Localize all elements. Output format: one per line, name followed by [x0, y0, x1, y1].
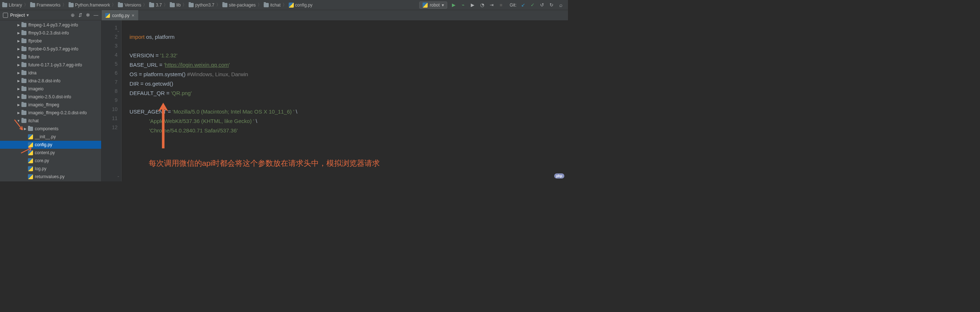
- expander-icon[interactable]: ▶: [17, 71, 20, 75]
- tree-row[interactable]: returnvalues.py: [0, 173, 101, 181]
- tree-row[interactable]: ▶future: [0, 53, 101, 61]
- breadcrumb-item[interactable]: site-packages: [222, 3, 256, 8]
- expander-icon[interactable]: ▶: [17, 63, 20, 67]
- gear-icon[interactable]: ✻: [86, 12, 90, 18]
- breadcrumb-item[interactable]: itchat: [264, 3, 281, 8]
- run-coverage-icon[interactable]: ▶: [470, 2, 476, 8]
- expander-icon[interactable]: ▶: [17, 103, 20, 107]
- folder-icon: [30, 3, 35, 7]
- search-icon[interactable]: ⌕: [558, 2, 564, 8]
- tree-row[interactable]: ▶components: [0, 125, 101, 133]
- breadcrumb-item[interactable]: lib: [170, 3, 181, 8]
- python-icon: [28, 166, 33, 171]
- chevron-right-icon: 〉: [141, 2, 149, 8]
- breadcrumb-item[interactable]: Python.framework: [68, 3, 110, 8]
- project-sidebar: Project ▾ ⊕ ⇵ ✻ — ▶ffmpeg-1.4-py3.7.egg-…: [0, 10, 102, 181]
- tree-row[interactable]: core.py: [0, 157, 101, 165]
- tab-label: config.py: [112, 13, 129, 18]
- tree-row[interactable]: ▶imageio: [0, 85, 101, 93]
- breadcrumb: Library〉Frameworks〉Python.framework〉Vers…: [2, 2, 417, 8]
- tree-row[interactable]: ▶idna: [0, 69, 101, 77]
- chevron-right-icon: 〉: [162, 2, 170, 8]
- project-tree[interactable]: ▶ffmpeg-1.4-py3.7.egg-info▶ffmpy3-0.2.3.…: [0, 20, 101, 181]
- python-icon: [28, 150, 33, 155]
- tree-row[interactable]: ▶ffmpeg-1.4-py3.7.egg-info: [0, 21, 101, 29]
- tree-row[interactable]: ▶imageio-2.5.0.dist-info: [0, 93, 101, 101]
- breadcrumb-label: Versions: [124, 3, 141, 8]
- tree-row[interactable]: ▶imageio_ffmpeg: [0, 101, 101, 109]
- tree-row[interactable]: __init__.py: [0, 133, 101, 141]
- run-icon[interactable]: ▶: [451, 2, 457, 8]
- git-revert-icon[interactable]: ↻: [548, 2, 554, 8]
- python-icon: [28, 142, 33, 147]
- breadcrumb-label: itchat: [270, 3, 281, 8]
- folder-icon: [21, 79, 27, 83]
- code-container[interactable]: 1⌄23456789⌄1011⌃12 import os, platform V…: [102, 20, 568, 181]
- line-number: 6: [102, 68, 118, 78]
- run-config-selector[interactable]: robot ▾: [419, 2, 447, 9]
- folder-icon: [21, 47, 27, 51]
- expander-icon[interactable]: ▼: [17, 119, 20, 123]
- expander-icon[interactable]: ▶: [17, 31, 20, 35]
- python-icon: [105, 13, 110, 18]
- python-icon: [423, 3, 428, 8]
- expander-icon[interactable]: ▶: [17, 39, 20, 43]
- breadcrumb-bar: Library〉Frameworks〉Python.framework〉Vers…: [0, 0, 568, 10]
- folder-icon: [2, 3, 7, 7]
- expander-icon[interactable]: ▶: [17, 87, 20, 91]
- tree-label: log.py: [35, 166, 46, 171]
- expander-icon[interactable]: ▶: [17, 23, 20, 27]
- expander-icon[interactable]: ▶: [17, 111, 20, 115]
- editor-tab[interactable]: config.py ×: [102, 10, 138, 20]
- line-number: 10: [102, 105, 118, 114]
- tree-label: core.py: [35, 158, 49, 163]
- folder-icon: [264, 3, 269, 7]
- profile-icon[interactable]: ◔: [479, 2, 485, 8]
- tree-row[interactable]: log.py: [0, 165, 101, 173]
- folder-icon: [21, 55, 27, 59]
- debug-icon[interactable]: ⌁: [460, 2, 466, 8]
- tree-row[interactable]: ▶imageio_ffmpeg-0.2.0.dist-info: [0, 109, 101, 117]
- tree-row[interactable]: ▶idna-2.8.dist-info: [0, 77, 101, 85]
- git-update-icon[interactable]: ↙: [520, 2, 526, 8]
- expander-icon[interactable]: ▶: [17, 95, 20, 99]
- hide-icon[interactable]: —: [94, 12, 98, 18]
- gutter: 1⌄23456789⌄1011⌃12: [102, 20, 121, 181]
- expander-icon[interactable]: ▶: [17, 47, 20, 51]
- expander-icon[interactable]: ▶: [17, 79, 20, 83]
- fold-icon[interactable]: ⌄: [117, 26, 120, 35]
- expand-icon[interactable]: ⇵: [78, 12, 82, 18]
- git-commit-icon[interactable]: ✓: [530, 2, 535, 8]
- breadcrumb-item[interactable]: 3.7: [149, 3, 162, 8]
- folder-icon: [21, 95, 27, 99]
- tree-label: future-0.17.1-py3.7.egg-info: [28, 62, 82, 67]
- line-number: 1⌄: [102, 23, 118, 32]
- folder-icon: [21, 119, 27, 123]
- breadcrumb-item[interactable]: config.py: [289, 3, 313, 8]
- breadcrumb-item[interactable]: Library: [2, 3, 22, 8]
- close-icon[interactable]: ×: [132, 13, 135, 18]
- tree-row[interactable]: ▶ffprobe: [0, 37, 101, 45]
- tree-row[interactable]: ▶ffmpy3-0.2.3.dist-info: [0, 29, 101, 37]
- project-icon: [3, 13, 8, 18]
- dropdown-icon[interactable]: ▾: [27, 12, 29, 18]
- breadcrumb-label: config.py: [295, 3, 313, 8]
- tree-row[interactable]: ▼itchat: [0, 117, 101, 125]
- breadcrumb-item[interactable]: python3.7: [189, 3, 214, 8]
- expander-icon[interactable]: ▶: [17, 55, 20, 59]
- attach-icon[interactable]: ⇥: [488, 2, 494, 8]
- tree-label: imageio-2.5.0.dist-info: [28, 94, 71, 99]
- tree-row[interactable]: ▶ffprobe-0.5-py3.7.egg-info: [0, 45, 101, 53]
- tree-row[interactable]: content.py: [0, 149, 101, 157]
- tree-row[interactable]: ▶future-0.17.1-py3.7.egg-info: [0, 61, 101, 69]
- tree-row[interactable]: config.py: [0, 141, 101, 149]
- code[interactable]: import os, platform VERSION = '1.2.32' B…: [121, 20, 568, 181]
- breadcrumb-item[interactable]: Frameworks: [30, 3, 60, 8]
- tree-label: imageio_ffmpeg-0.2.0.dist-info: [28, 110, 87, 115]
- locate-icon[interactable]: ⊕: [71, 12, 75, 18]
- expander-icon[interactable]: ▶: [23, 127, 27, 131]
- git-history-icon[interactable]: ↺: [539, 2, 545, 8]
- fold-icon[interactable]: ⌄: [117, 171, 120, 180]
- stop-icon[interactable]: ■: [498, 2, 504, 8]
- breadcrumb-item[interactable]: Versions: [118, 3, 141, 8]
